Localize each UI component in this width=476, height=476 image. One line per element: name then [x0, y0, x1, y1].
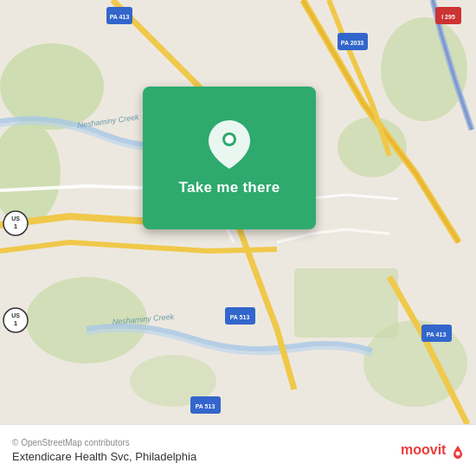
svg-text:PA 2033: PA 2033	[341, 40, 364, 46]
svg-text:I 295: I 295	[441, 14, 455, 20]
map-container: PA 413 PA 2033 I 295 US 1 US 1 PA 513 PA…	[0, 0, 476, 424]
svg-text:US: US	[11, 312, 20, 318]
location-pin-icon	[209, 120, 250, 169]
bottom-bar: © OpenStreetMap contributors Extendicare…	[0, 424, 476, 476]
svg-text:PA 513: PA 513	[196, 403, 215, 409]
copyright-text: © OpenStreetMap contributors	[12, 438, 196, 447]
svg-text:moovit: moovit	[401, 442, 447, 457]
svg-point-32	[225, 135, 234, 144]
svg-text:1: 1	[14, 222, 18, 230]
svg-rect-5	[294, 268, 398, 338]
svg-text:PA 413: PA 413	[110, 14, 130, 20]
svg-text:US: US	[11, 215, 20, 222]
moovit-logo: moovit	[399, 437, 464, 465]
take-me-there-button[interactable]: Take me there	[179, 179, 280, 196]
svg-point-34	[456, 451, 460, 455]
svg-text:PA 513: PA 513	[230, 314, 250, 320]
bottom-info: © OpenStreetMap contributors Extendicare…	[12, 438, 196, 463]
location-card[interactable]: Take me there	[143, 87, 316, 229]
location-name: Extendicare Health Svc, Philadelphia	[12, 450, 196, 463]
svg-text:1: 1	[14, 319, 18, 327]
moovit-logo-svg: moovit	[399, 437, 464, 465]
svg-text:PA 413: PA 413	[427, 331, 447, 338]
